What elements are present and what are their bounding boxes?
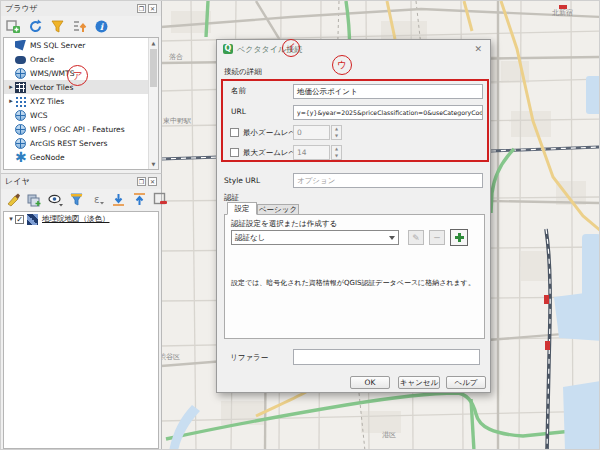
- map-label: 渋谷区: [161, 353, 180, 361]
- ok-button[interactable]: OK: [350, 376, 390, 389]
- layers-tree: ▾ ✓ 地理院地図（淡色）: [3, 211, 159, 449]
- layers-toolbar: ε: [1, 189, 161, 209]
- browser-item-label: ArcGIS REST Servers: [30, 139, 108, 148]
- add-auth-button[interactable]: [450, 229, 468, 246]
- add-group-icon[interactable]: [27, 192, 42, 207]
- chevron-down-icon: [389, 236, 395, 240]
- edit-auth-button[interactable]: ✎: [408, 230, 424, 245]
- referer-input[interactable]: [293, 349, 480, 365]
- browser-item-label: Oracle: [30, 55, 54, 64]
- max-zoom-spinner[interactable]: ▲▼: [331, 145, 342, 160]
- browser-item-label: Vector Tiles: [30, 83, 73, 92]
- expand-all-icon[interactable]: [111, 192, 126, 207]
- tile-layer-icon: [27, 214, 38, 225]
- browser-float-icon[interactable]: ❐: [137, 4, 146, 13]
- browser-panel: ブラウザ ❐ ✕ i MS SQL ServerOracleWMS/WMTS▸V…: [1, 1, 162, 174]
- scrollbar-thumb[interactable]: [150, 49, 157, 87]
- map-label: 落合: [169, 53, 183, 61]
- dialog-titlebar[interactable]: Q ベクタタイル接続 ✕: [217, 40, 490, 58]
- filter-expression-icon[interactable]: ε: [90, 192, 105, 207]
- layers-panel-titlebar: レイヤ ❐ ✕: [1, 174, 161, 189]
- vector-tile-connection-dialog: Q ベクタタイル接続 ✕ 接続の詳細 名前 地価公示ポイント URL y={y}…: [216, 39, 491, 393]
- layers-close-icon[interactable]: ✕: [148, 177, 157, 186]
- min-zoom-checkbox[interactable]: [230, 128, 239, 137]
- max-zoom-checkbox[interactable]: [230, 148, 239, 157]
- scroll-up-icon[interactable]: ▲: [149, 38, 158, 48]
- browser-item-label: XYZ Tiles: [30, 97, 64, 106]
- url-input[interactable]: y={y}&year=2025&priceClassification=0&us…: [293, 105, 483, 120]
- browser-tree: MS SQL ServerOracleWMS/WMTS▸Vector Tiles…: [3, 37, 159, 170]
- help-button[interactable]: ヘルプ: [446, 376, 486, 389]
- browser-item-arcgis-rest-servers[interactable]: ArcGIS REST Servers: [4, 136, 158, 150]
- browser-item-oracle[interactable]: Oracle: [4, 52, 158, 66]
- refresh-icon[interactable]: [28, 19, 43, 34]
- url-label: URL: [231, 107, 246, 116]
- style-url-input[interactable]: オプション: [293, 173, 483, 188]
- browser-panel-title: ブラウザ: [5, 3, 135, 14]
- layer-checkbox[interactable]: ✓: [15, 215, 24, 224]
- globe-icon: [15, 68, 26, 79]
- dialog-title: ベクタタイル接続: [237, 44, 472, 55]
- name-input[interactable]: 地価公示ポイント: [293, 84, 483, 99]
- browser-item-xyz-tiles[interactable]: ▸XYZ Tiles: [4, 94, 158, 108]
- layer-name[interactable]: 地理院地図（淡色）: [42, 214, 110, 224]
- auth-config-combo[interactable]: 認証なし: [231, 230, 399, 245]
- expander-icon[interactable]: ▸: [7, 83, 15, 91]
- browser-item-label: WFS / OGC API - Features: [30, 125, 125, 134]
- map-label: 北新宿: [552, 8, 573, 17]
- annotation-circle-a: ア: [67, 65, 88, 86]
- add-favorite-icon[interactable]: [6, 19, 21, 34]
- style-url-label: Style URL: [224, 176, 260, 185]
- cancel-button[interactable]: キャンセル: [398, 376, 440, 389]
- min-zoom-spinner[interactable]: ▲▼: [331, 125, 342, 140]
- oracle-icon: [15, 56, 26, 64]
- referer-label: リファラー: [230, 353, 268, 363]
- collapse-all-icon[interactable]: [72, 19, 87, 34]
- mssql-icon: [15, 40, 26, 51]
- browser-toolbar: i: [1, 16, 161, 36]
- annotation-circle-i: イ: [282, 39, 300, 57]
- filter-legend-icon[interactable]: [69, 192, 84, 207]
- map-label: 港区: [382, 431, 396, 439]
- vtiles-icon: [15, 82, 26, 93]
- layer-expander-icon[interactable]: ▾: [7, 215, 15, 223]
- browser-item-wcs[interactable]: WCS: [4, 108, 158, 122]
- svg-text:ε: ε: [94, 194, 99, 205]
- browser-close-icon[interactable]: ✕: [148, 4, 157, 13]
- tab-settings[interactable]: 設定: [227, 202, 257, 215]
- expander-icon[interactable]: ▸: [7, 97, 15, 105]
- layer-row[interactable]: ▾ ✓ 地理院地図（淡色）: [4, 212, 158, 226]
- browser-panel-titlebar: ブラウザ ❐ ✕: [1, 1, 161, 16]
- min-zoom-input[interactable]: 0: [293, 125, 330, 140]
- layers-panel: レイヤ ❐ ✕ ε: [1, 174, 162, 450]
- browser-item-ms-sql-server[interactable]: MS SQL Server: [4, 38, 158, 52]
- auth-select-label: 認証設定を選択または作成する: [231, 219, 337, 229]
- properties-info-icon[interactable]: i: [94, 19, 109, 34]
- remove-layer-icon[interactable]: [153, 192, 168, 207]
- browser-item-label: WCS: [30, 111, 47, 120]
- browser-item-label: MS SQL Server: [30, 41, 85, 50]
- browser-item-geonode[interactable]: ✱GeoNode: [4, 150, 158, 164]
- globe-icon: [15, 124, 26, 135]
- scroll-down-icon[interactable]: ▼: [149, 159, 158, 169]
- globe-icon: [15, 110, 26, 121]
- auth-note: 設定では、暗号化された資格情報がQGIS認証データベースに格納されます。: [231, 278, 476, 288]
- collapse-all-layers-icon[interactable]: [132, 192, 147, 207]
- map-label: 東中野駅: [163, 117, 191, 125]
- remove-auth-button[interactable]: ─: [429, 230, 445, 245]
- browser-item-label: GeoNode: [30, 153, 65, 162]
- map-themes-eye-icon[interactable]: [48, 192, 63, 207]
- qgis-window: 落合東中野駅北新宿渋谷区港区 ブラウザ ❐ ✕ i M: [0, 0, 600, 450]
- filter-icon[interactable]: [50, 19, 65, 34]
- layers-panel-title: レイヤ: [5, 176, 135, 187]
- layers-float-icon[interactable]: ❐: [137, 177, 146, 186]
- browser-scrollbar[interactable]: ▲ ▼: [148, 38, 158, 169]
- browser-item-wfs-ogc-api-features[interactable]: WFS / OGC API - Features: [4, 122, 158, 136]
- xyz-icon: [15, 96, 26, 107]
- annotation-circle-u: ウ: [332, 55, 352, 75]
- geonode-icon: ✱: [15, 152, 26, 163]
- max-zoom-input[interactable]: 14: [293, 145, 330, 160]
- dialog-close-icon[interactable]: ✕: [472, 44, 484, 54]
- layer-styling-icon[interactable]: [6, 192, 21, 207]
- globe-icon: [15, 138, 26, 149]
